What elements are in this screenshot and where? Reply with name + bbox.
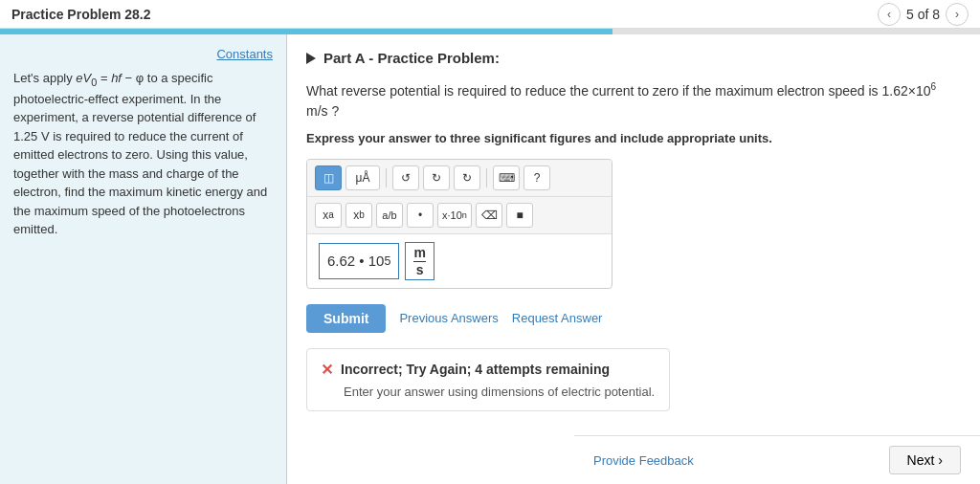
error-x-icon: ✕ (321, 361, 333, 379)
toolbar-separator-2 (486, 168, 487, 187)
del-button[interactable]: ⌫ (476, 203, 502, 228)
math-toolbar-row1: ◫ μÅ ↺ ↻ ↻ ⌨ ? (307, 160, 612, 197)
page-indicator: 5 of 8 (906, 7, 940, 22)
constants-link[interactable]: Constants (216, 47, 273, 61)
math-toolbar-row2: xa xb a/b • x·10n ⌫ ■ (307, 197, 612, 234)
action-row: Submit Previous Answers Request Answer (306, 304, 961, 333)
next-button[interactable]: Next › (889, 446, 961, 474)
redo-button[interactable]: ↻ (423, 165, 450, 190)
next-page-button[interactable]: › (946, 3, 969, 26)
page-header: Practice Problem 28.2 ‹ 5 of 8 › (0, 0, 980, 29)
grid-icon-button[interactable]: ◫ (315, 165, 342, 190)
constants-link-container: Constants (13, 46, 273, 61)
keyboard-button[interactable]: ⌨ (493, 165, 520, 190)
xa-button[interactable]: xa (315, 203, 342, 228)
sidebar: Constants Let's apply eV0 = hf − φ to a … (0, 34, 287, 484)
mu-button[interactable]: μÅ (345, 165, 380, 190)
next-label: Next (907, 452, 935, 468)
content-area: Part A - Practice Problem: What reverse … (287, 34, 980, 484)
refresh-button[interactable]: ↻ (454, 165, 480, 190)
error-box: ✕ Incorrect; Try Again; 4 attempts remai… (306, 348, 670, 411)
math-input-container: ◫ μÅ ↺ ↻ ↻ ⌨ ? xa xb a/b • x·10n ⌫ ■ (306, 159, 612, 289)
toolbar-separator-1 (386, 168, 387, 187)
dot-button[interactable]: • (407, 203, 434, 228)
unit-fraction: m s (405, 242, 434, 280)
help-button[interactable]: ? (523, 165, 550, 190)
part-label: Part A - Practice Problem: (323, 50, 500, 66)
sidebar-body: Let's apply eV0 = hf − φ to a specific p… (13, 69, 273, 239)
unit-numerator: m (413, 245, 425, 262)
request-answer-link[interactable]: Request Answer (512, 311, 603, 325)
frac-button[interactable]: a/b (376, 203, 403, 228)
submit-button[interactable]: Submit (306, 304, 386, 333)
prev-page-button[interactable]: ‹ (878, 3, 901, 26)
question-text: What reverse potential is required to re… (306, 79, 961, 121)
unit-denominator: s (416, 262, 424, 277)
error-title: Incorrect; Try Again; 4 attempts remaini… (341, 362, 610, 377)
main-layout: Constants Let's apply eV0 = hf − φ to a … (0, 34, 980, 484)
answer-value[interactable]: 6.62 • 105 (319, 243, 399, 279)
error-header: ✕ Incorrect; Try Again; 4 attempts remai… (321, 361, 656, 379)
undo-button[interactable]: ↺ (392, 165, 419, 190)
math-input-field[interactable]: 6.62 • 105 m s (307, 234, 612, 288)
sci-button[interactable]: x·10n (437, 203, 472, 228)
footer: Provide Feedback Next › (574, 435, 980, 484)
previous-answers-link[interactable]: Previous Answers (399, 311, 498, 325)
next-chevron-icon: › (938, 452, 943, 468)
page-title: Practice Problem 28.2 (11, 7, 151, 22)
pagination: ‹ 5 of 8 › (878, 3, 969, 26)
feedback-link[interactable]: Provide Feedback (593, 453, 694, 468)
collapse-icon[interactable] (306, 53, 316, 64)
part-header: Part A - Practice Problem: (306, 50, 961, 66)
xb-button[interactable]: xb (345, 203, 372, 228)
instruction-text: Express your answer to three significant… (306, 131, 961, 145)
error-detail: Enter your answer using dimensions of el… (321, 385, 656, 399)
question-main: What reverse potential is required to re… (306, 83, 936, 119)
more-button[interactable]: ■ (506, 203, 533, 228)
